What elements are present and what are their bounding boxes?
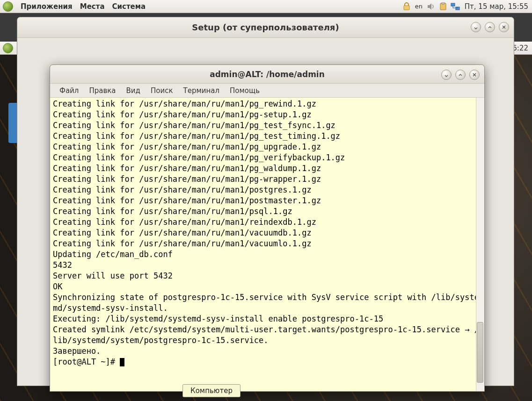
- outer-tray: en Пт, 15 мар, 15:55: [402, 2, 532, 11]
- terminal-titlebar[interactable]: admin@ALT: /home/admin: [50, 65, 484, 84]
- clipboard-icon[interactable]: [438, 2, 448, 11]
- close-button[interactable]: [469, 70, 480, 80]
- distro-logo-icon[interactable]: [3, 1, 13, 12]
- menu-help[interactable]: Помощь: [225, 85, 264, 96]
- terminal-cursor: [120, 358, 124, 366]
- close-button[interactable]: [499, 22, 509, 32]
- menu-search[interactable]: Поиск: [146, 85, 178, 96]
- svg-rect-3: [442, 2, 445, 4]
- tooltip: Компьютер: [182, 384, 240, 397]
- terminal-prompt: [root@ALT ~]#: [53, 357, 120, 366]
- terminal-window-title: admin@ALT: /home/admin: [50, 70, 484, 79]
- distro-logo-icon[interactable]: [3, 43, 13, 53]
- panel-menu-applications[interactable]: Приложения: [17, 2, 76, 11]
- svg-rect-0: [404, 6, 409, 10]
- panel-menu-places[interactable]: Места: [76, 2, 109, 11]
- lock-icon[interactable]: [402, 2, 411, 11]
- menu-edit[interactable]: Правка: [84, 85, 120, 96]
- minimize-button[interactable]: [471, 22, 481, 32]
- maximize-button[interactable]: [455, 70, 466, 80]
- scroll-thumb[interactable]: [477, 322, 483, 383]
- terminal-body[interactable]: Creating link for /usr/share/man/ru/man1…: [50, 98, 484, 391]
- setup-titlebar[interactable]: Setup (от суперпользователя): [17, 17, 514, 38]
- terminal-window: admin@ALT: /home/admin Файл Правка Вид П…: [50, 64, 485, 392]
- panel-menu-system[interactable]: Система: [109, 2, 150, 11]
- setup-window-title: Setup (от суперпользователя): [17, 22, 514, 32]
- svg-marker-1: [428, 3, 431, 10]
- terminal-scrollbar[interactable]: [476, 98, 484, 391]
- terminal-menubar: Файл Правка Вид Поиск Терминал Помощь: [50, 84, 484, 98]
- volume-icon[interactable]: [426, 2, 436, 11]
- keyboard-lang-indicator[interactable]: en: [414, 2, 423, 11]
- svg-rect-4: [451, 3, 455, 6]
- maximize-button[interactable]: [485, 22, 495, 32]
- network-icon[interactable]: [451, 2, 460, 11]
- menu-file[interactable]: Файл: [55, 85, 83, 96]
- menu-terminal[interactable]: Терминал: [178, 85, 224, 96]
- terminal-output: Creating link for /usr/share/man/ru/man1…: [53, 99, 481, 367]
- minimize-button[interactable]: [441, 70, 452, 80]
- menu-view[interactable]: Вид: [122, 85, 145, 96]
- outer-top-panel: Приложения Места Система en Пт, 15 мар, …: [0, 0, 532, 13]
- panel-clock[interactable]: Пт, 15 мар, 15:55: [463, 2, 528, 11]
